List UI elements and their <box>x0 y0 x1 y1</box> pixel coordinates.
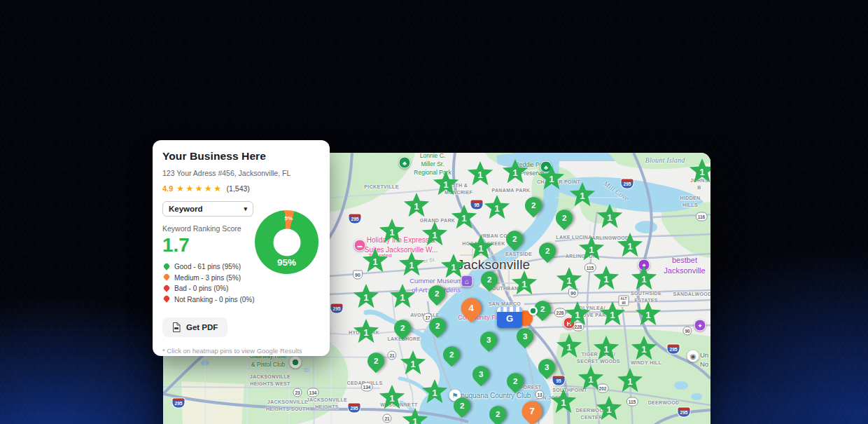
pin-count: 1 <box>477 170 482 180</box>
pin-count: 1 <box>443 179 448 190</box>
pin-count: 7 <box>529 406 534 416</box>
legend-pin-icon <box>162 262 170 270</box>
pin-count: 2 <box>435 289 439 298</box>
pin-count: 2 <box>400 324 405 332</box>
pin-count: 4 <box>468 303 473 313</box>
pin-count: 1 <box>389 393 394 404</box>
legend-label: Bad - 0 pins (0%) <box>174 285 228 292</box>
pin-count: 1 <box>451 262 456 273</box>
pin-count: 1 <box>549 174 554 184</box>
pin-count: 1 <box>627 376 632 387</box>
legend-pin-icon <box>162 294 170 302</box>
donut-good-label: 95% <box>277 257 296 268</box>
google-business-marker[interactable]: G <box>497 307 522 328</box>
pin-count: 1 <box>588 374 593 385</box>
legend-label: Medium - 3 pins (5%) <box>174 274 241 282</box>
business-card: Your Business Here 123 Your Adress #456,… <box>153 140 330 356</box>
legend-pin-icon <box>162 284 170 292</box>
chevron-down-icon: ▾ <box>244 205 247 212</box>
pin-count: 2 <box>545 247 550 255</box>
pin-count: 3 <box>545 363 549 371</box>
pin-count: 2 <box>531 201 536 210</box>
pin-count: 2 <box>513 377 517 385</box>
pin-count: 2 <box>449 350 454 359</box>
pin-count: 2 <box>374 357 378 365</box>
pin-count: 1 <box>432 230 437 240</box>
pin-count: 2 <box>487 275 491 284</box>
pin-count: 1 <box>414 201 419 212</box>
keyword-select-value: Keyword <box>169 205 203 213</box>
legend-label: Good - 61 pins (95%) <box>174 263 241 271</box>
pin-count: 1 <box>603 274 608 285</box>
pin-count: 1 <box>478 243 483 254</box>
pin-count: 1 <box>410 359 415 369</box>
pin-count: 1 <box>566 342 571 353</box>
pdf-file-icon <box>172 322 181 332</box>
legend-item: Medium - 3 pins (5%) <box>162 274 259 282</box>
pin-count: 1 <box>412 416 417 424</box>
green-dot-icon <box>528 306 538 315</box>
pin-count: 1 <box>512 167 517 178</box>
rating-row: 4.9 ★★★★★ (1,543) <box>162 184 320 193</box>
get-pdf-button[interactable]: Get PDF <box>162 317 227 337</box>
legend-pin-icon <box>162 273 170 280</box>
page-background: PICKETVILLE45TH & MONCRIEFPANAMA PARKCHA… <box>0 0 868 424</box>
pin-count: 1 <box>645 310 650 320</box>
rating-stars-icon: ★★★★★ <box>176 184 223 193</box>
pin-count: 1 <box>566 275 571 286</box>
pin-count: 1 <box>461 213 466 224</box>
pin-count: 1 <box>603 344 608 355</box>
keyword-select[interactable]: Keyword ▾ <box>162 201 253 217</box>
ranking-donut: 5% 95% <box>255 210 318 274</box>
pin-count: 2 <box>496 410 500 418</box>
pin-count: 1 <box>522 279 526 289</box>
legend-item: Bad - 0 pins (0%) <box>162 285 259 292</box>
pin-count: 2 <box>435 322 440 330</box>
pin-count: 3 <box>486 336 491 344</box>
legend-item: Good - 61 pins (95%) <box>162 263 259 271</box>
pin-count: 2 <box>562 214 566 222</box>
pin-count: 1 <box>641 274 646 285</box>
pin-count: 1 <box>580 191 584 201</box>
pin-count: 1 <box>589 245 594 255</box>
legend-item: Not Ranking - 0 pins (0%) <box>162 296 259 303</box>
legend-list: Good - 61 pins (95%)Medium - 3 pins (5%)… <box>162 263 259 303</box>
legend-label: Not Ranking - 0 pins (0%) <box>174 296 255 303</box>
pin-count: 1 <box>641 344 646 355</box>
pin-count: 1 <box>432 388 437 398</box>
pin-count: 2 <box>512 235 517 243</box>
pin-count: 1 <box>610 310 615 320</box>
pin-count: 1 <box>409 260 414 271</box>
business-address: 123 Your Adress #456, Jacksonville, FL <box>162 169 320 177</box>
pin-count: 1 <box>363 327 368 338</box>
rating-reviews: (1,543) <box>227 184 250 193</box>
pin-count: 1 <box>494 203 499 214</box>
pin-count: 1 <box>363 292 368 303</box>
get-pdf-label: Get PDF <box>186 323 218 331</box>
business-title: Your Business Here <box>162 150 320 163</box>
pin-count: 1 <box>389 227 394 238</box>
pin-count: 1 <box>606 404 611 415</box>
pin-count: 3 <box>479 370 483 378</box>
pin-count: 1 <box>627 241 632 252</box>
pin-count: 1 <box>699 167 704 177</box>
pin-count: 1 <box>561 397 566 408</box>
pin-count: 1 <box>607 212 612 223</box>
rating-score: 4.9 <box>162 184 173 193</box>
pin-count: 2 <box>540 305 545 313</box>
google-storefront-icon: G <box>497 307 522 328</box>
pin-count: 1 <box>372 257 377 267</box>
pin-count: 3 <box>523 332 527 341</box>
pin-count: 2 <box>460 402 464 410</box>
footnote: * Click on heatmap pins to view Google R… <box>162 347 320 355</box>
pin-count: 1 <box>400 292 405 303</box>
donut-medium-label: 5% <box>284 215 293 221</box>
pin-count: 1 <box>575 310 580 320</box>
